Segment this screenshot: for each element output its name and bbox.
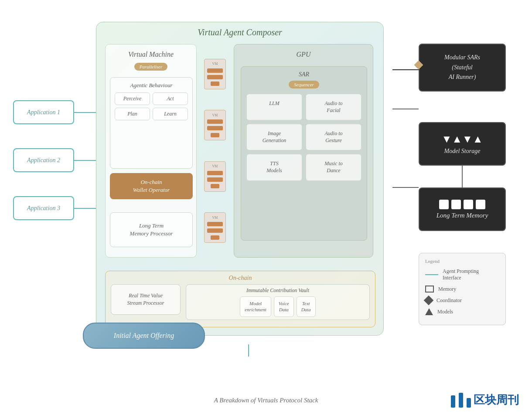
virtual-agent-composer: Virtual Agent Composer Virtual Machine P… (96, 22, 384, 336)
legend-title: Legend (425, 259, 499, 264)
stack-bar-1 (207, 68, 223, 73)
icv-items: Modelenrichment VoiceData TextData (190, 296, 366, 317)
svg-rect-10 (459, 393, 463, 408)
legend-square-label: Memory (438, 286, 456, 293)
agentic-plan: Plan (115, 108, 150, 120)
stack-bar-6 (211, 133, 219, 137)
mem-sq-1 (439, 200, 449, 209)
svg-rect-11 (467, 398, 471, 408)
iao-box: Initial Agent Offering (83, 323, 205, 349)
vm-stack-2: VM (204, 110, 226, 140)
model-storage-box: ▼▲▼▲ Model Storage (419, 122, 506, 166)
legend-diamond-label: Coordinator (437, 297, 462, 304)
legend-item-triangle: Models (425, 308, 499, 315)
legend-item-diamond: Coordinator (425, 297, 499, 304)
sar-image-gen: ImageGeneration (246, 124, 302, 150)
icv-box: Immutable Contribution Vault Modelenrich… (186, 284, 370, 320)
line-icon (425, 274, 438, 275)
diamond-legend-icon (424, 296, 434, 306)
sar-tts: TTSModels (246, 154, 302, 180)
svg-rect-9 (451, 395, 455, 408)
icv-voice-data: VoiceData (274, 296, 294, 317)
square-icon (425, 286, 434, 293)
icv-model-enrichment: Modelenrichment (240, 296, 271, 317)
stack-bar-9 (211, 184, 219, 188)
vm-stack-column: VM VM VM VM (202, 44, 228, 258)
icv-text-data: TextData (297, 296, 316, 317)
iao-label: Initial Agent Offering (114, 332, 174, 340)
agentic-act: Act (153, 92, 188, 105)
rtvsp-box: Real Time ValueStream Processor (111, 284, 181, 315)
modular-sars-label: Modular SARs(StatefulAI Runner) (444, 53, 480, 82)
sar-audio-gesture: Audio toGesture (306, 124, 361, 150)
stack-bar-8 (207, 177, 223, 182)
paralleliser-badge: Paralleliser (134, 63, 168, 71)
onchain-content: Real Time ValueStream Processor Immutabl… (106, 284, 375, 320)
wallet-label: On-chainWallet Operator (113, 178, 189, 194)
mem-sq-2 (451, 200, 461, 209)
onchain-title: On-chain (106, 271, 375, 284)
vm-stack-1: VM (204, 59, 226, 89)
stack-bar-3 (211, 82, 219, 86)
watermark: 区块周刊 (450, 391, 519, 408)
onchain-box: On-chain Real Time ValueStream Processor… (105, 271, 375, 327)
legend-line-label: Agent PromptingInterface (443, 268, 479, 281)
vm-stack-4: VM (204, 212, 226, 243)
vm-stack-3: VM (204, 161, 226, 192)
sar-title: SAR (241, 67, 367, 80)
mem-sq-4 (476, 200, 485, 209)
watermark-text: 区块周刊 (474, 392, 519, 408)
gpu-title: GPU (234, 44, 373, 61)
long-term-memory-box: Long Term Memory (419, 187, 506, 231)
application-1: Application 1 (13, 100, 74, 124)
agentic-title: Agentic Behaviour (110, 78, 192, 92)
sar-grid: LLM Audio toFacial ImageGeneration Audio… (241, 92, 367, 183)
vm-title: Virtual Machine (106, 44, 196, 61)
mem-sq-3 (464, 200, 473, 209)
legend-item-square: Memory (425, 286, 499, 293)
rtvsp-label: Real Time ValueStream Processor (127, 292, 164, 307)
stack-bar-12 (211, 235, 219, 240)
agentic-grid: Perceive Act Plan Learn (110, 92, 192, 120)
stack-bar-7 (207, 171, 223, 175)
stack-bar-4 (207, 119, 223, 124)
stack-bar-2 (207, 75, 223, 79)
app3-label: Application 3 (27, 205, 60, 212)
ltm-label: Long Term Memory (437, 212, 488, 219)
legend-triangle-label: Models (437, 309, 453, 315)
vac-title: Virtual Agent Composer (96, 22, 383, 41)
modular-sars-box: Modular SARs(StatefulAI Runner) (419, 44, 506, 92)
diamond-icon (413, 60, 424, 70)
model-storage-label: Model Storage (444, 148, 481, 155)
gpu-box: GPU SAR Sequencer LLM Audio toFacial Ima… (234, 44, 373, 258)
triangle-legend-icon (425, 308, 433, 315)
sar-audio-facial: Audio toFacial (306, 94, 361, 120)
stack-bar-10 (207, 222, 223, 226)
agentic-learn: Learn (153, 108, 188, 120)
stack-bar-5 (207, 126, 223, 130)
agentic-behaviour-box: Agentic Behaviour Perceive Act Plan Lear… (110, 77, 193, 169)
app2-label: Application 2 (27, 157, 60, 164)
watermark-icon (450, 391, 472, 408)
svg-marker-8 (414, 61, 423, 69)
memory-squares (439, 200, 485, 209)
legend-item-line: Agent PromptingInterface (425, 268, 499, 281)
application-2: Application 2 (13, 148, 74, 172)
legend-box: Legend Agent PromptingInterface Memory C… (419, 253, 506, 325)
triangle-icons: ▼▲▼▲ (441, 133, 483, 145)
ltm-processor-box: Long TermMemory Processor (110, 212, 193, 247)
stack-bar-11 (207, 228, 223, 233)
virtual-machine-box: Virtual Machine Paralleliser Agentic Beh… (105, 44, 197, 258)
application-3: Application 3 (13, 196, 74, 220)
sequencer-badge: Sequencer (289, 81, 319, 88)
wallet-operator-box: On-chainWallet Operator (110, 173, 193, 199)
app1-label: Application 1 (27, 109, 60, 116)
ltmp-label: Long TermMemory Processor (130, 222, 173, 238)
sar-llm: LLM (246, 94, 302, 120)
icv-title: Immutable Contribution Vault (190, 287, 366, 294)
agentic-perceive: Perceive (115, 92, 150, 105)
sar-box: SAR Sequencer LLM Audio toFacial ImageGe… (241, 66, 367, 241)
sar-music-dance: Music toDance (306, 154, 361, 180)
